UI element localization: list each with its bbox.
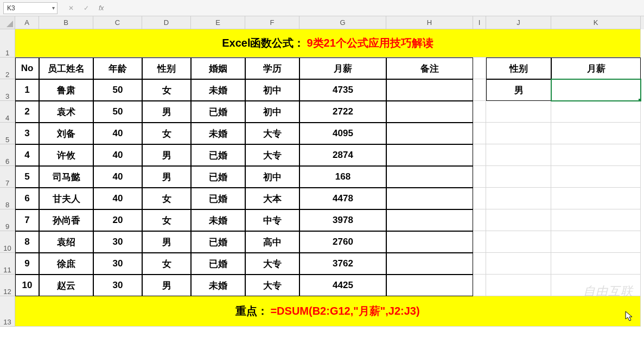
col-head-A[interactable]: A — [15, 16, 39, 29]
name-box[interactable]: K3 ▾ — [3, 2, 58, 14]
cell-I10[interactable] — [473, 231, 486, 253]
cell-K10[interactable] — [551, 231, 641, 253]
data-cell[interactable]: 已婚 — [191, 253, 245, 275]
data-cell[interactable] — [386, 123, 473, 144]
cell-K11[interactable] — [551, 253, 641, 275]
side-header-salary[interactable]: 月薪 — [551, 58, 641, 79]
col-head-K[interactable]: K — [551, 16, 641, 29]
data-cell[interactable]: 女 — [142, 253, 191, 275]
cell-I4[interactable] — [473, 101, 486, 123]
row-head-12[interactable]: 12 — [0, 275, 15, 296]
row-head-3[interactable]: 3 — [0, 79, 15, 101]
criteria-sex[interactable]: 男 — [486, 79, 551, 101]
col-head-E[interactable]: E — [191, 16, 245, 29]
data-cell[interactable]: 40 — [93, 144, 142, 166]
data-cell[interactable]: 50 — [93, 79, 142, 101]
data-cell[interactable] — [386, 275, 473, 296]
data-cell[interactable]: 4095 — [299, 123, 386, 144]
header-no[interactable]: No — [15, 58, 39, 79]
data-cell[interactable]: 未婚 — [191, 275, 245, 296]
data-cell[interactable]: 8 — [15, 231, 39, 253]
data-cell[interactable]: 徐庶 — [39, 253, 93, 275]
data-cell[interactable]: 9 — [15, 253, 39, 275]
formula-banner[interactable]: 重点： =DSUM(B2:G12,"月薪",J2:J3) — [15, 296, 641, 327]
header-education[interactable]: 学历 — [245, 58, 299, 79]
cell-K12[interactable] — [551, 275, 641, 296]
data-cell[interactable]: 已婚 — [191, 188, 245, 209]
row-head-8[interactable]: 8 — [0, 188, 15, 209]
col-head-F[interactable]: F — [245, 16, 299, 29]
data-cell[interactable]: 男 — [142, 101, 191, 123]
data-cell[interactable] — [386, 209, 473, 231]
data-cell[interactable]: 50 — [93, 101, 142, 123]
chevron-down-icon[interactable]: ▾ — [52, 5, 55, 11]
col-head-H[interactable]: H — [386, 16, 473, 29]
data-cell[interactable]: 已婚 — [191, 231, 245, 253]
data-cell[interactable]: 已婚 — [191, 144, 245, 166]
data-cell[interactable]: 已婚 — [191, 166, 245, 188]
row-head-9[interactable]: 9 — [0, 209, 15, 231]
row-head-4[interactable]: 4 — [0, 101, 15, 123]
data-cell[interactable]: 40 — [93, 123, 142, 144]
col-head-I[interactable]: I — [473, 16, 486, 29]
cell-I7[interactable] — [473, 166, 486, 188]
cell-J12[interactable] — [486, 275, 551, 296]
row-head-5[interactable]: 5 — [0, 123, 15, 144]
criteria-salary-selected[interactable] — [551, 79, 641, 101]
cell-I12[interactable] — [473, 275, 486, 296]
data-cell[interactable]: 4425 — [299, 275, 386, 296]
cell-K8[interactable] — [551, 188, 641, 209]
data-cell[interactable] — [386, 166, 473, 188]
data-cell[interactable]: 初中 — [245, 166, 299, 188]
data-cell[interactable]: 男 — [142, 275, 191, 296]
data-cell[interactable]: 2874 — [299, 144, 386, 166]
cell-J6[interactable] — [486, 144, 551, 166]
data-cell[interactable]: 40 — [93, 188, 142, 209]
data-cell[interactable]: 1 — [15, 79, 39, 101]
data-cell[interactable]: 女 — [142, 79, 191, 101]
data-cell[interactable]: 168 — [299, 166, 386, 188]
data-cell[interactable] — [386, 253, 473, 275]
cell-J11[interactable] — [486, 253, 551, 275]
data-cell[interactable]: 未婚 — [191, 209, 245, 231]
data-cell[interactable]: 女 — [142, 209, 191, 231]
data-cell[interactable]: 未婚 — [191, 123, 245, 144]
row-head-1[interactable]: 1 — [0, 29, 15, 58]
data-cell[interactable]: 4478 — [299, 188, 386, 209]
data-cell[interactable]: 已婚 — [191, 101, 245, 123]
data-cell[interactable]: 2 — [15, 101, 39, 123]
data-cell[interactable]: 5 — [15, 166, 39, 188]
cell-J7[interactable] — [486, 166, 551, 188]
data-cell[interactable]: 初中 — [245, 101, 299, 123]
data-cell[interactable]: 袁绍 — [39, 231, 93, 253]
col-head-C[interactable]: C — [93, 16, 142, 29]
cell-K4[interactable] — [551, 101, 641, 123]
data-cell[interactable] — [386, 144, 473, 166]
data-cell[interactable]: 大专 — [245, 275, 299, 296]
data-cell[interactable]: 男 — [142, 144, 191, 166]
data-cell[interactable]: 20 — [93, 209, 142, 231]
select-all-corner[interactable] — [0, 16, 15, 29]
data-cell[interactable]: 大专 — [245, 123, 299, 144]
cell-J5[interactable] — [486, 123, 551, 144]
data-cell[interactable]: 女 — [142, 123, 191, 144]
data-cell[interactable]: 许攸 — [39, 144, 93, 166]
data-cell[interactable]: 孙尚香 — [39, 209, 93, 231]
data-cell[interactable]: 30 — [93, 253, 142, 275]
title-banner[interactable]: Excel函数公式： 9类21个公式应用技巧解读 — [15, 29, 641, 58]
cell-J4[interactable] — [486, 101, 551, 123]
col-head-J[interactable]: J — [486, 16, 551, 29]
header-note[interactable]: 备注 — [386, 58, 473, 79]
data-cell[interactable] — [386, 188, 473, 209]
cell-J10[interactable] — [486, 231, 551, 253]
cell-K5[interactable] — [551, 123, 641, 144]
cell-I3[interactable] — [473, 79, 486, 101]
cancel-icon[interactable]: ✕ — [68, 4, 74, 12]
cell-K7[interactable] — [551, 166, 641, 188]
cell-J9[interactable] — [486, 209, 551, 231]
data-cell[interactable]: 30 — [93, 231, 142, 253]
data-cell[interactable] — [386, 101, 473, 123]
confirm-icon[interactable]: ✓ — [84, 4, 89, 12]
data-cell[interactable]: 男 — [142, 231, 191, 253]
cell-J8[interactable] — [486, 188, 551, 209]
